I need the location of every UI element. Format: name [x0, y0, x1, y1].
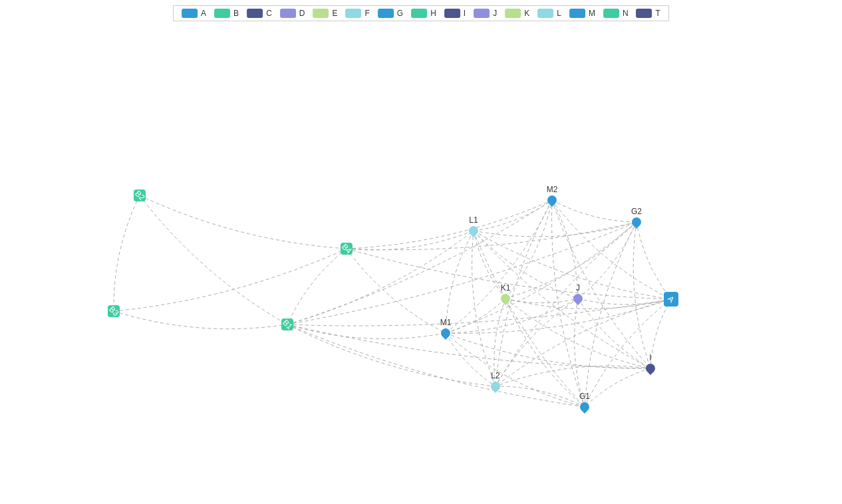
node-A[interactable]: A [664, 292, 678, 307]
node-J[interactable]: J [573, 294, 583, 303]
graph-nodes-layer: AB1B2B3B4G1G2IJK1L1L2M1M2 [0, 0, 842, 504]
node-label-B3: B3 [107, 305, 120, 318]
node-shape-L1 [467, 224, 480, 237]
node-shape-I [644, 362, 657, 375]
node-shape-B3: B3 [108, 305, 120, 317]
node-label-M2: M2 [547, 185, 558, 194]
node-B4[interactable]: B4 [341, 243, 352, 255]
node-label-I: I [649, 353, 651, 362]
node-label-G2: G2 [631, 207, 642, 216]
node-label-L2: L2 [491, 371, 499, 380]
node-shape-G2 [630, 215, 643, 229]
node-shape-M2 [545, 193, 559, 207]
node-label-J: J [576, 283, 580, 293]
node-G1[interactable]: G1 [580, 402, 589, 412]
node-B2[interactable]: B2 [134, 189, 146, 201]
node-shape-B2: B2 [134, 189, 146, 201]
node-label-G1: G1 [579, 392, 590, 401]
node-I[interactable]: I [646, 364, 655, 373]
node-M1[interactable]: M1 [441, 328, 450, 338]
node-shape-J [571, 292, 585, 305]
node-label-B2: B2 [133, 189, 146, 202]
node-label-A: A [666, 294, 676, 305]
node-label-K1: K1 [501, 283, 511, 293]
node-label-B1: B1 [281, 318, 294, 331]
node-L1[interactable]: L1 [469, 226, 478, 235]
node-shape-L2 [489, 380, 502, 393]
node-shape-G1 [578, 400, 591, 414]
node-shape-B4: B4 [341, 243, 352, 255]
node-shape-B1: B1 [281, 318, 293, 330]
node-G2[interactable]: G2 [632, 217, 641, 227]
node-label-M1: M1 [440, 318, 452, 327]
node-shape-M1 [439, 326, 452, 340]
node-B3[interactable]: B3 [108, 305, 120, 317]
node-M2[interactable]: M2 [547, 195, 557, 205]
node-K1[interactable]: K1 [501, 294, 510, 303]
node-L2[interactable]: L2 [491, 382, 500, 391]
node-label-L1: L1 [469, 215, 478, 225]
node-shape-K1 [499, 292, 512, 305]
node-B1[interactable]: B1 [281, 318, 293, 330]
node-shape-A: A [664, 292, 678, 307]
node-label-B4: B4 [340, 242, 353, 255]
